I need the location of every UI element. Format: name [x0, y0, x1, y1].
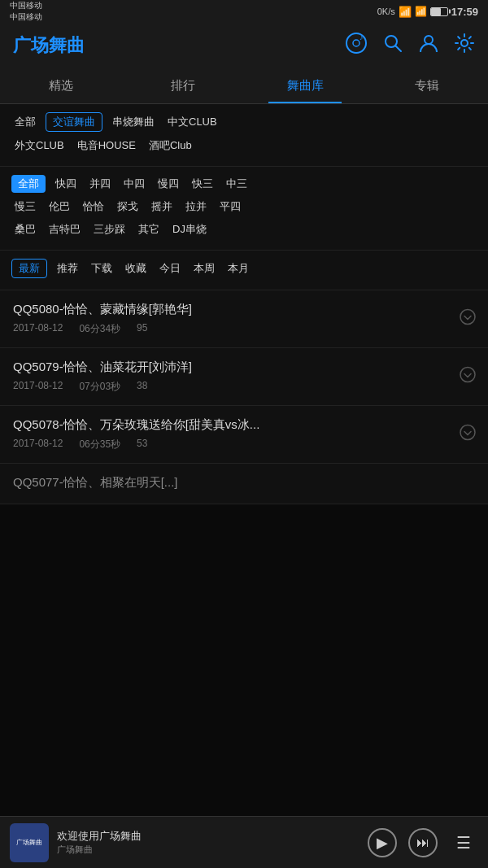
filter-row-dance-3: 桑巴 吉特巴 三步踩 其它 DJ串烧 — [11, 220, 477, 238]
song-meta-qq5080: 2017-08-12 06分34秒 95 — [13, 322, 475, 336]
song-expand-qq5078[interactable] — [459, 424, 477, 446]
filter-sort-recommend[interactable]: 推荐 — [54, 260, 81, 277]
filter-dj-chuanshao[interactable]: DJ串烧 — [169, 220, 210, 238]
disc-icon[interactable]: ♪ — [345, 32, 368, 60]
song-expand-qq5080[interactable] — [459, 308, 477, 330]
filter-yaobing[interactable]: 摇并 — [148, 198, 176, 216]
time-display: 17:59 — [451, 6, 478, 18]
filter-sort-month[interactable]: 本月 — [224, 260, 252, 277]
filter-zhong3[interactable]: 中三 — [223, 175, 251, 193]
filter-foreign-club[interactable]: 外文CLUB — [11, 137, 68, 155]
filter-dance-all[interactable]: 全部 — [11, 175, 46, 193]
filter-sort-newest[interactable]: 最新 — [11, 259, 47, 278]
filter-dianyin-house[interactable]: 电音HOUSE — [74, 137, 139, 155]
song-downloads-qq5078: 53 — [137, 438, 147, 451]
song-meta-qq5079: 2017-08-12 07分03秒 38 — [13, 380, 475, 394]
filter-jiayi[interactable]: 交谊舞曲 — [46, 112, 102, 132]
player-subtitle: 广场舞曲 — [57, 844, 368, 856]
song-item-qq5080[interactable]: QQ5080-恰恰、蒙藏情缘[郭艳华] 2017-08-12 06分34秒 95 — [0, 290, 488, 348]
song-title-qq5077: QQ5077-恰恰、相聚在明天[...] — [13, 475, 475, 491]
filter-zhong4[interactable]: 中四 — [120, 175, 148, 193]
filter-kuai4[interactable]: 快四 — [52, 175, 80, 193]
filter-sangba[interactable]: 桑巴 — [11, 220, 39, 238]
filter-kuai3[interactable]: 快三 — [189, 175, 216, 193]
tab-library[interactable]: 舞曲库 — [244, 68, 366, 103]
song-expand-qq5079[interactable] — [459, 366, 477, 388]
carrier-2: 中国移动 — [10, 11, 42, 23]
song-downloads-qq5080: 95 — [137, 322, 147, 336]
battery-icon — [430, 7, 448, 16]
song-date-qq5079: 2017-08-12 — [13, 380, 63, 394]
app-header: 广场舞曲 ♪ — [0, 23, 488, 68]
play-button[interactable]: ▶ — [368, 828, 397, 857]
filter-row-2: 外文CLUB 电音HOUSE 酒吧Club — [11, 137, 477, 155]
playlist-button[interactable]: ☰ — [449, 828, 478, 857]
song-item-qq5077[interactable]: QQ5077-恰恰、相聚在明天[...] — [0, 464, 488, 504]
tab-rank[interactable]: 排行 — [122, 68, 244, 103]
filter-section-sort: 最新 推荐 下载 收藏 今日 本周 本月 — [0, 251, 488, 290]
song-duration-qq5078: 06分35秒 — [79, 438, 120, 451]
svg-point-8 — [460, 368, 475, 382]
filter-lunba[interactable]: 伦巴 — [46, 198, 73, 216]
filter-labing[interactable]: 拉并 — [182, 198, 210, 216]
svg-line-4 — [396, 46, 402, 52]
filter-man4[interactable]: 慢四 — [155, 175, 182, 193]
filter-row-1: 全部 交谊舞曲 串烧舞曲 中文CLUB — [11, 112, 477, 132]
song-title-qq5078: QQ5078-恰恰、万朵玫瑰送给你[甜美真vs冰... — [13, 417, 475, 433]
svg-point-6 — [461, 40, 468, 46]
song-duration-qq5079: 07分03秒 — [79, 380, 120, 394]
tab-featured[interactable]: 精选 — [0, 68, 122, 103]
bottom-player: 广场舞曲 欢迎使用广场舞曲 广场舞曲 ▶ ⏭ ☰ — [0, 816, 488, 868]
filter-qiaqia[interactable]: 恰恰 — [80, 198, 107, 216]
filter-sort-today[interactable]: 今日 — [156, 260, 184, 277]
song-list: QQ5080-恰恰、蒙藏情缘[郭艳华] 2017-08-12 06分34秒 95… — [0, 290, 488, 504]
filter-sort-download[interactable]: 下载 — [88, 260, 115, 277]
filter-row-dance-2: 慢三 伦巴 恰恰 探戈 摇并 拉并 平四 — [11, 198, 477, 216]
filter-ping4[interactable]: 平四 — [216, 198, 244, 216]
filter-zhongwen-club[interactable]: 中文CLUB — [164, 113, 220, 131]
signal-icon: 📶 — [415, 6, 427, 17]
filter-sort-week[interactable]: 本周 — [190, 260, 218, 277]
carrier-info: 中国移动 中国移动 — [10, 0, 42, 23]
filter-section-dance: 全部 快四 并四 中四 慢四 快三 中三 慢三 伦巴 恰恰 探戈 摇并 拉并 平… — [0, 167, 488, 251]
wifi-icon: 📶 — [399, 6, 412, 18]
filter-bing4[interactable]: 并四 — [86, 175, 114, 193]
song-downloads-qq5079: 38 — [137, 380, 147, 394]
svg-point-1 — [353, 40, 359, 46]
svg-point-5 — [425, 36, 433, 44]
song-meta-qq5078: 2017-08-12 06分35秒 53 — [13, 438, 475, 451]
song-date-qq5080: 2017-08-12 — [13, 322, 63, 336]
song-date-qq5078: 2017-08-12 — [13, 438, 63, 451]
filter-row-sort: 最新 推荐 下载 收藏 今日 本周 本月 — [11, 259, 477, 278]
filter-sort-collect[interactable]: 收藏 — [122, 260, 150, 277]
song-title-qq5079: QQ5079-恰恰、油菜花开[刘沛洋] — [13, 360, 475, 375]
filter-row-dance-1: 全部 快四 并四 中四 慢四 快三 中三 — [11, 175, 477, 193]
settings-icon[interactable] — [454, 33, 475, 59]
user-icon[interactable] — [418, 33, 439, 59]
tab-album[interactable]: 专辑 — [366, 68, 488, 103]
header-icons: ♪ — [345, 32, 475, 60]
song-duration-qq5080: 06分34秒 — [79, 322, 120, 336]
player-thumbnail: 广场舞曲 — [10, 823, 49, 862]
player-controls: ▶ ⏭ ☰ — [368, 828, 478, 857]
next-button[interactable]: ⏭ — [408, 828, 438, 857]
svg-point-7 — [460, 310, 475, 325]
filter-sanbucai[interactable]: 三步踩 — [90, 220, 129, 238]
filter-jiuba-club[interactable]: 酒吧Club — [146, 137, 195, 155]
player-title: 欢迎使用广场舞曲 — [57, 829, 368, 844]
carrier-1: 中国移动 — [10, 0, 42, 11]
filter-man3[interactable]: 慢三 — [11, 198, 39, 216]
filter-tango[interactable]: 探戈 — [114, 198, 142, 216]
filter-qita[interactable]: 其它 — [135, 220, 163, 238]
player-info: 欢迎使用广场舞曲 广场舞曲 — [57, 829, 368, 856]
status-right: 0K/s 📶 📶 17:59 — [377, 6, 478, 18]
search-icon[interactable] — [382, 33, 403, 59]
filter-all-1[interactable]: 全部 — [11, 113, 39, 131]
filter-jiteba[interactable]: 吉特巴 — [46, 220, 84, 238]
filter-chuanshao[interactable]: 串烧舞曲 — [109, 113, 158, 131]
svg-text:♪: ♪ — [359, 33, 364, 41]
speed-indicator: 0K/s — [377, 7, 395, 16]
song-item-qq5078[interactable]: QQ5078-恰恰、万朵玫瑰送给你[甜美真vs冰... 2017-08-12 0… — [0, 406, 488, 464]
song-item-qq5079[interactable]: QQ5079-恰恰、油菜花开[刘沛洋] 2017-08-12 07分03秒 38 — [0, 348, 488, 406]
song-title-qq5080: QQ5080-恰恰、蒙藏情缘[郭艳华] — [13, 302, 475, 317]
